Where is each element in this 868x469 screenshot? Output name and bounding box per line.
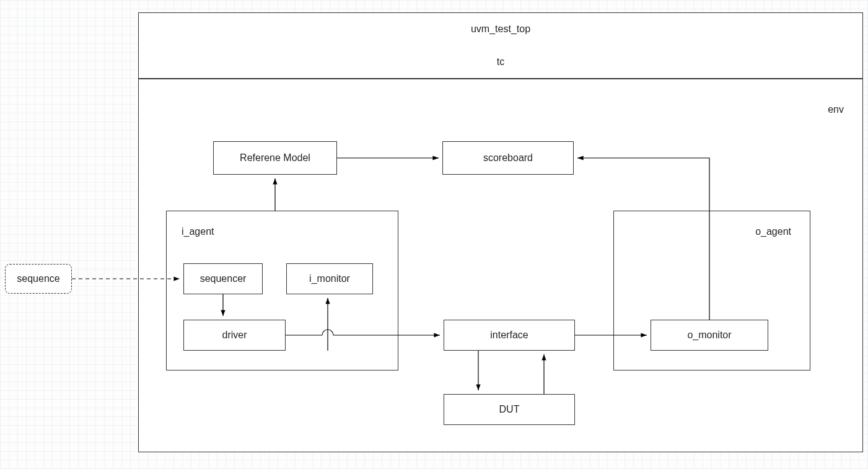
diagram-stage: sequence uvm_test_top tc env Referene Mo… — [0, 0, 868, 469]
i-monitor-box: i_monitor — [286, 263, 373, 294]
driver-label: driver — [222, 330, 247, 341]
reference-model-label: Referene Model — [240, 152, 310, 164]
interface-label: interface — [490, 330, 528, 341]
scoreboard-label: scoreboard — [483, 152, 533, 164]
i-monitor-label: i_monitor — [309, 273, 350, 284]
interface-box: interface — [444, 320, 575, 351]
uvm-test-top-label: uvm_test_top — [139, 13, 862, 45]
dut-box: DUT — [444, 394, 575, 425]
reference-model-box: Referene Model — [213, 141, 337, 175]
i-agent-label: i_agent — [182, 226, 214, 237]
sequence-box: sequence — [5, 264, 72, 294]
uvm-test-top-header: uvm_test_top — [138, 12, 863, 46]
tc-label: tc — [139, 45, 862, 78]
scoreboard-box: scoreboard — [442, 141, 574, 175]
o-monitor-label: o_monitor — [687, 330, 731, 341]
sequencer-label: sequencer — [200, 273, 247, 284]
env-label: env — [828, 104, 844, 115]
tc-header: tc — [138, 45, 863, 79]
o-monitor-box: o_monitor — [651, 320, 768, 351]
driver-box: driver — [183, 320, 286, 351]
sequence-label: sequence — [17, 273, 59, 284]
o-agent-label: o_agent — [755, 226, 791, 237]
dut-label: DUT — [499, 404, 520, 415]
sequencer-box: sequencer — [183, 263, 263, 294]
